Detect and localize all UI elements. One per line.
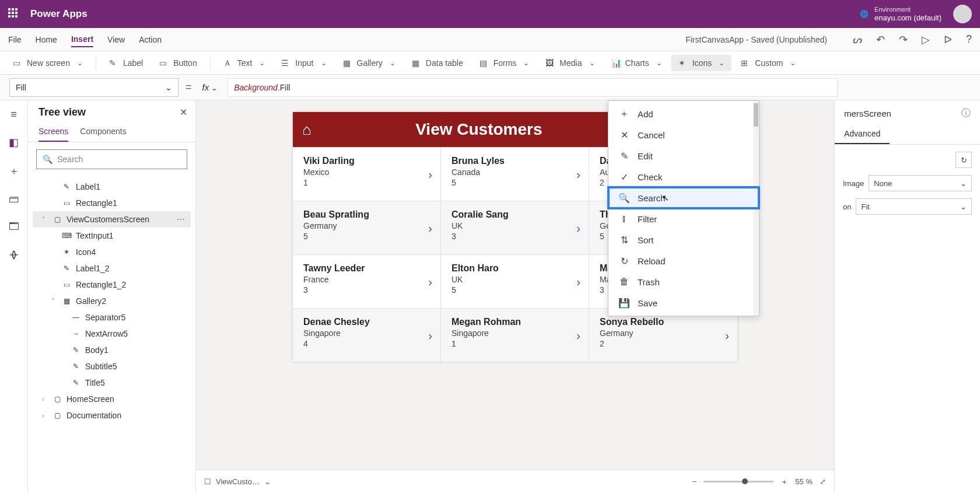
gallery-item[interactable]: Denae ChesleySingapore4›: [293, 308, 441, 362]
reset-button[interactable]: ↻: [956, 152, 972, 168]
tree-node[interactable]: ✎Title5: [33, 375, 191, 391]
formula-input[interactable]: Background.Fill: [228, 78, 838, 97]
menu-view[interactable]: View: [107, 33, 125, 47]
equals-label: =: [186, 81, 192, 93]
menu-insert[interactable]: Insert: [71, 32, 93, 47]
tree-node[interactable]: ›▢Documentation: [33, 407, 191, 424]
forms-button[interactable]: ▤Forms: [473, 55, 537, 71]
new-screen-button[interactable]: ▭New screen: [6, 55, 90, 71]
dropdown-item-reload[interactable]: ↻Reload: [608, 250, 759, 271]
chevron-right-icon[interactable]: ›: [428, 167, 432, 181]
gallery-item[interactable]: Coralie SangUK3›: [441, 201, 589, 254]
media-button[interactable]: 🖼Media: [538, 55, 601, 71]
fullscreen-icon[interactable]: ⤢: [820, 477, 826, 486]
tree-node[interactable]: ✎Label1_2: [33, 260, 191, 277]
chevron-right-icon[interactable]: ›: [576, 275, 580, 288]
user-avatar[interactable]: [953, 5, 972, 23]
help-icon[interactable]: ?: [966, 33, 972, 46]
text-button[interactable]: ＡText: [216, 55, 272, 71]
tree-node[interactable]: ▭Rectangle1_2: [33, 277, 191, 293]
chevron-right-icon[interactable]: ›: [576, 167, 580, 181]
icons-button[interactable]: ✶Icons: [671, 55, 732, 71]
fx-button[interactable]: fx: [199, 82, 221, 92]
tree-node[interactable]: ˅▢ViewCustomersScreen⋯: [33, 211, 191, 228]
tree-node[interactable]: ✶Icon4: [33, 244, 191, 260]
input-button[interactable]: ☰Input: [274, 55, 333, 71]
gallery-item[interactable]: Megan RohmanSingapore1›: [441, 308, 589, 362]
gallery-button[interactable]: ▦Gallery: [336, 55, 402, 71]
info-icon[interactable]: ⓘ: [961, 107, 971, 120]
media-icon[interactable]: 🗔: [9, 221, 19, 233]
tab-screens[interactable]: Screens: [38, 122, 68, 142]
add-icon[interactable]: ＋: [9, 164, 19, 178]
dropdown-item-add[interactable]: ＋Add: [608, 103, 759, 124]
zoom-in-button[interactable]: ＋: [780, 477, 788, 487]
dropdown-item-search[interactable]: 🔍Search↖: [608, 187, 759, 208]
chevron-right-icon[interactable]: ›: [428, 275, 432, 288]
home-icon[interactable]: ⌂: [302, 121, 312, 139]
table-icon: ▦: [412, 58, 421, 68]
tree-node[interactable]: ▭Rectangle1: [33, 195, 191, 211]
tools-icon[interactable]: ᚖ: [10, 248, 18, 261]
close-icon[interactable]: ✕: [180, 107, 187, 118]
dropdown-item-check[interactable]: ✓Check: [608, 166, 759, 187]
property-selector[interactable]: Fill⌄: [9, 78, 178, 97]
environment-picker[interactable]: 🌐 Environment enayu.com (default): [860, 6, 942, 23]
menu-action[interactable]: Action: [139, 33, 162, 47]
zoom-out-button[interactable]: −: [692, 477, 697, 486]
app-launcher-icon[interactable]: [8, 8, 20, 20]
gallery-item[interactable]: Beau SpratlingGermany5›: [293, 201, 441, 254]
dropdown-item-trash[interactable]: 🗑Trash: [608, 271, 759, 292]
tree-node[interactable]: →NextArrow5: [33, 326, 191, 342]
tree-node[interactable]: ✎Label1: [33, 179, 191, 195]
button-button[interactable]: ▭Button: [152, 55, 204, 71]
tab-components[interactable]: Components: [80, 122, 126, 142]
chevron-right-icon[interactable]: ›: [576, 328, 580, 342]
label-button[interactable]: ✎Label: [102, 55, 150, 71]
dropdown-item-save[interactable]: 💾Save: [608, 292, 759, 313]
canvas-title: View Customers: [323, 120, 635, 139]
chevron-down-icon: ⌄: [264, 477, 271, 486]
custom-button[interactable]: ⊞Custom: [734, 55, 803, 71]
gallery-item[interactable]: Viki DarlingMexico1›: [293, 147, 441, 201]
position-select[interactable]: Fit⌄: [856, 198, 972, 215]
dropdown-item-filter[interactable]: ⫿Filter: [608, 208, 759, 229]
image-select[interactable]: None⌄: [869, 175, 972, 191]
tree-node[interactable]: —Separator5: [33, 309, 191, 326]
data-table-button[interactable]: ▦Data table: [405, 55, 470, 71]
tree-node[interactable]: ✎Subtitle5: [33, 358, 191, 375]
menu-file[interactable]: File: [8, 33, 22, 47]
play-icon[interactable]: ▷: [922, 33, 930, 46]
undo-icon[interactable]: ↶: [876, 33, 885, 46]
breadcrumb[interactable]: ☐ ViewCusto… ⌄: [204, 477, 271, 486]
data-icon[interactable]: 🗃: [9, 193, 19, 205]
tree-node[interactable]: ✎Body1: [33, 342, 191, 358]
app-checker-icon[interactable]: ᔕ: [853, 33, 862, 46]
zoom-slider[interactable]: [704, 481, 774, 482]
icons-icon: ✶: [678, 58, 688, 68]
tree-node[interactable]: ⌨TextInput1: [33, 228, 191, 244]
tree-search-input[interactable]: 🔍 Search: [36, 149, 187, 169]
gallery-item[interactable]: Tawny LeederFrance3›: [293, 254, 441, 308]
chevron-right-icon[interactable]: ›: [428, 328, 432, 342]
dropdown-item-sort[interactable]: ⇅Sort: [608, 229, 759, 250]
chevron-right-icon[interactable]: ›: [725, 328, 729, 342]
redo-icon[interactable]: ↷: [899, 33, 908, 46]
menu-home[interactable]: Home: [36, 33, 57, 47]
dropdown-item-cancel[interactable]: ✕Cancel: [608, 124, 759, 145]
chevron-right-icon[interactable]: ›: [428, 221, 432, 235]
tree-node[interactable]: ›▢HomeScreen: [33, 391, 191, 407]
gallery-item[interactable]: Elton HaroUK5›: [441, 254, 589, 308]
tree-view-icon[interactable]: ◧: [9, 136, 19, 149]
checkbox-icon[interactable]: ☐: [204, 477, 211, 486]
tab-advanced[interactable]: Advanced: [835, 124, 890, 144]
save-status: FirstCanvasApp - Saved (Unpublished): [685, 35, 827, 44]
dropdown-item-edit[interactable]: ✎Edit: [608, 145, 759, 166]
dropdown-scrollbar[interactable]: [753, 101, 759, 316]
hamburger-icon[interactable]: ≡: [10, 109, 17, 121]
charts-button[interactable]: 📊Charts: [604, 55, 669, 71]
gallery-item[interactable]: Bruna LylesCanada5›: [441, 147, 589, 201]
tree-node[interactable]: ˅▦Gallery2: [33, 293, 191, 309]
chevron-right-icon[interactable]: ›: [576, 221, 580, 235]
share-icon[interactable]: ᐅ: [944, 33, 952, 46]
